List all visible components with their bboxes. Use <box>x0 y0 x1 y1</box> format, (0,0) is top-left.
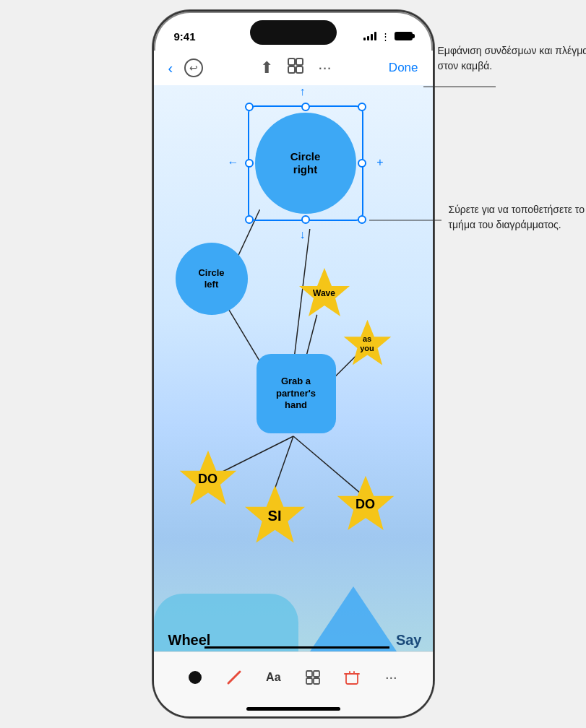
svg-rect-2 <box>288 66 295 73</box>
svg-rect-20 <box>306 678 312 684</box>
svg-rect-3 <box>296 66 303 73</box>
wave-node[interactable]: Wave <box>296 264 353 322</box>
svg-line-17 <box>228 672 240 683</box>
dynamic-island <box>250 20 337 45</box>
handle-mr[interactable] <box>358 159 366 168</box>
battery-icon <box>395 32 413 40</box>
do-right-node[interactable]: DO <box>333 472 398 537</box>
wheel-text: Wheel <box>154 632 211 649</box>
svg-rect-18 <box>306 671 312 677</box>
more-button[interactable]: ··· <box>318 58 331 77</box>
wifi-icon: ⋮ <box>381 31 390 42</box>
back-button[interactable]: ‹ <box>168 60 173 77</box>
svg-rect-22 <box>346 674 358 684</box>
insert-tool[interactable] <box>300 664 326 690</box>
more-options-tool[interactable]: ··· <box>378 664 404 690</box>
bottom-labels: Wheel Say <box>154 626 433 651</box>
grab-partner-label: Grab apartner'shand <box>257 354 336 433</box>
main-toolbar: ‹ ↩ ⬆ ··· Done <box>154 51 433 85</box>
pen-tool[interactable] <box>182 664 208 690</box>
status-icons: ⋮ <box>363 31 413 42</box>
svg-rect-1 <box>296 58 303 65</box>
handle-tl[interactable] <box>245 103 254 111</box>
say-text: Say <box>396 632 422 649</box>
svg-rect-0 <box>288 58 295 65</box>
handle-tr[interactable] <box>358 103 366 111</box>
grid-button[interactable] <box>288 58 303 78</box>
handle-br[interactable] <box>358 215 366 224</box>
annotation-text-right: Σύρετε για να τοποθετήσετε το επόμενο τμ… <box>449 202 587 233</box>
si-node[interactable]: SI <box>241 481 309 550</box>
eraser-tool[interactable] <box>221 664 247 690</box>
undo-button[interactable]: ↩ <box>184 58 203 77</box>
underline <box>204 646 389 649</box>
annotation-text-top: Εμφάνιση συνδέσμων και πλέγματος, ή ζουμ… <box>438 43 587 74</box>
grab-partner-node[interactable]: Grab apartner'shand <box>257 354 336 433</box>
circle-left-label: Circleleft <box>176 243 248 315</box>
handle-ml[interactable] <box>245 159 254 168</box>
as-you-label: asyou <box>360 334 374 352</box>
as-you-node[interactable]: asyou <box>340 316 395 370</box>
wave-label: Wave <box>313 288 335 298</box>
circle-right-node[interactable]: ↑ + ← ↓ Circleright <box>255 113 356 214</box>
signal-icon <box>363 32 376 40</box>
phone-frame: 9:41 ⋮ ‹ ↩ ⬆ <box>152 10 434 718</box>
handle-bc[interactable] <box>301 215 310 224</box>
si-label: SI <box>268 507 282 524</box>
canvas-area[interactable]: ↑ + ← ↓ Circleright Circleleft <box>154 85 433 651</box>
svg-rect-19 <box>314 671 319 677</box>
handle-tc[interactable] <box>301 103 310 111</box>
home-indicator <box>246 707 340 711</box>
do-right-label: DO <box>356 497 375 512</box>
text-tool[interactable]: Aa <box>260 664 286 690</box>
svg-rect-21 <box>314 678 319 684</box>
do-left-node[interactable]: DO <box>176 446 241 511</box>
share-button[interactable]: ⬆ <box>260 58 273 77</box>
delete-tool[interactable] <box>339 664 365 690</box>
annotation-line-right <box>369 209 441 231</box>
handle-bl[interactable] <box>245 215 254 224</box>
do-left-label: DO <box>198 472 217 487</box>
status-time: 9:41 <box>174 30 196 43</box>
done-button[interactable]: Done <box>389 61 418 75</box>
circle-left-node[interactable]: Circleleft <box>176 243 248 315</box>
